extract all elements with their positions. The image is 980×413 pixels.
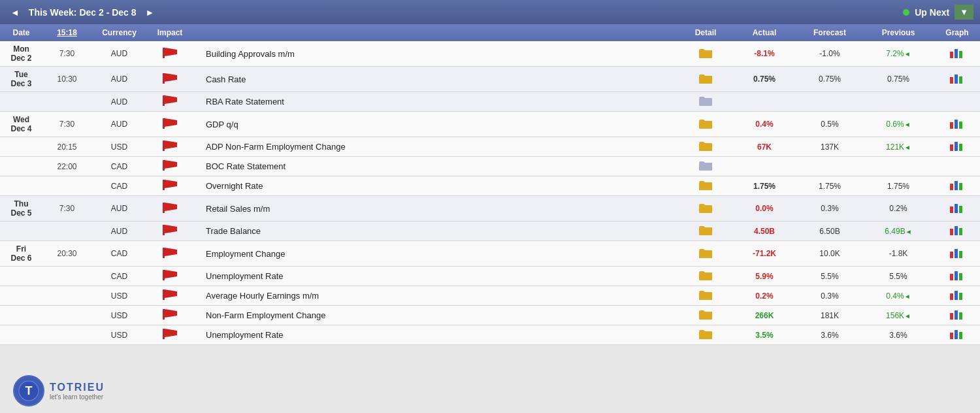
bar-chart-icon[interactable] (950, 140, 964, 151)
next-week-button[interactable]: ► (142, 6, 159, 19)
folder-icon[interactable] (699, 289, 712, 300)
folder-icon[interactable] (699, 48, 712, 58)
detail-cell[interactable] (679, 137, 732, 157)
svg-rect-35 (959, 183, 962, 190)
folder-icon[interactable] (699, 160, 712, 171)
detail-cell[interactable] (679, 222, 732, 241)
bar-chart-icon[interactable] (950, 73, 964, 84)
detail-cell[interactable] (679, 241, 732, 267)
time-cell (42, 267, 91, 286)
graph-cell[interactable] (934, 267, 980, 286)
previous-cell: 0.75% (862, 67, 934, 92)
svg-rect-70 (955, 310, 958, 320)
bar-chart-icon[interactable] (950, 309, 964, 320)
svg-marker-31 (165, 180, 177, 188)
bar-chart-icon[interactable] (950, 203, 964, 213)
detail-cell[interactable] (679, 41, 732, 67)
prev-week-button[interactable]: ◄ (7, 6, 24, 19)
svg-rect-63 (950, 293, 953, 300)
folder-icon[interactable] (699, 225, 712, 235)
impact-cell (147, 222, 193, 241)
economic-calendar-table: Date 15:18 Currency Impact Detail Actual… (0, 24, 980, 345)
actual-cell: -71.2K (732, 241, 797, 267)
bar-chart-icon[interactable] (950, 248, 964, 258)
actual-cell: 0.4% (732, 112, 797, 137)
detail-cell[interactable] (679, 267, 732, 286)
col-time[interactable]: 15:18 (42, 24, 91, 41)
graph-cell[interactable] (934, 137, 980, 157)
actual-cell: 266K (732, 306, 797, 325)
svg-rect-0 (163, 48, 165, 58)
forecast-cell: -1.0% (797, 41, 862, 67)
detail-cell[interactable] (679, 112, 732, 137)
graph-cell[interactable] (934, 196, 980, 222)
folder-icon[interactable] (699, 140, 712, 151)
svg-rect-52 (955, 249, 958, 258)
forecast-cell: 1.75% (797, 176, 862, 196)
actual-cell: 4.50B (732, 222, 797, 241)
folder-icon[interactable] (699, 270, 712, 280)
date-cell: Wed Dec 4 (0, 112, 42, 137)
time-cell: 7:30 (42, 196, 91, 222)
graph-cell[interactable] (934, 241, 980, 267)
folder-icon[interactable] (699, 329, 712, 339)
bar-chart-icon[interactable] (950, 329, 964, 339)
folder-icon[interactable] (699, 309, 712, 320)
svg-rect-12 (163, 95, 165, 106)
bar-chart-icon[interactable] (950, 180, 964, 190)
event-name-cell: RBA Rate Statement (193, 92, 679, 112)
graph-cell[interactable] (934, 286, 980, 306)
actual-cell: 5.9% (732, 267, 797, 286)
graph-cell[interactable] (934, 176, 980, 196)
previous-cell: 6.49B◄ (862, 222, 934, 241)
folder-icon[interactable] (699, 118, 712, 129)
detail-cell[interactable] (679, 306, 732, 325)
folder-icon[interactable] (699, 73, 712, 84)
detail-cell[interactable] (679, 67, 732, 92)
folder-icon[interactable] (699, 203, 712, 213)
actual-cell: 3.5% (732, 325, 797, 345)
date-cell (0, 306, 42, 325)
forecast-cell: 0.3% (797, 196, 862, 222)
detail-cell[interactable] (679, 176, 732, 196)
graph-cell[interactable] (934, 41, 980, 67)
folder-icon[interactable] (699, 248, 712, 258)
bar-chart-icon[interactable] (950, 48, 964, 58)
detail-cell[interactable] (679, 286, 732, 306)
high-impact-flag (163, 163, 177, 173)
actual-cell: 1.75% (732, 176, 797, 196)
graph-cell[interactable] (934, 325, 980, 345)
detail-cell[interactable] (679, 325, 732, 345)
col-graph: Graph (934, 24, 980, 41)
svg-rect-3 (950, 52, 953, 58)
bar-chart-icon[interactable] (950, 118, 964, 129)
svg-rect-23 (699, 143, 712, 151)
svg-marker-13 (165, 95, 177, 104)
table-row: USDUnemployment Rate 3.5%3.6%3.6% (0, 325, 980, 345)
bar-chart-icon[interactable] (950, 270, 964, 280)
graph-cell[interactable] (934, 67, 980, 92)
svg-rect-53 (959, 251, 962, 258)
bar-chart-icon[interactable] (950, 225, 964, 235)
bar-chart-icon[interactable] (950, 289, 964, 300)
graph-cell[interactable] (934, 306, 980, 325)
date-cell (0, 286, 42, 306)
filter-button[interactable]: ▼ (955, 5, 973, 20)
detail-cell[interactable] (679, 157, 732, 176)
svg-rect-8 (699, 76, 712, 84)
folder-icon[interactable] (699, 180, 712, 190)
up-next-dot (903, 9, 909, 16)
svg-rect-71 (959, 312, 962, 320)
graph-cell[interactable] (934, 112, 980, 137)
svg-rect-65 (959, 293, 962, 300)
table-row: AUDRBA Rate Statement (0, 92, 980, 112)
detail-cell[interactable] (679, 92, 732, 112)
time-cell: 10:30 (42, 67, 91, 92)
graph-cell[interactable] (934, 92, 980, 112)
graph-cell[interactable] (934, 222, 980, 241)
time-cell (42, 92, 91, 112)
graph-cell[interactable] (934, 157, 980, 176)
svg-rect-39 (950, 206, 953, 213)
folder-icon[interactable] (699, 95, 712, 106)
detail-cell[interactable] (679, 196, 732, 222)
